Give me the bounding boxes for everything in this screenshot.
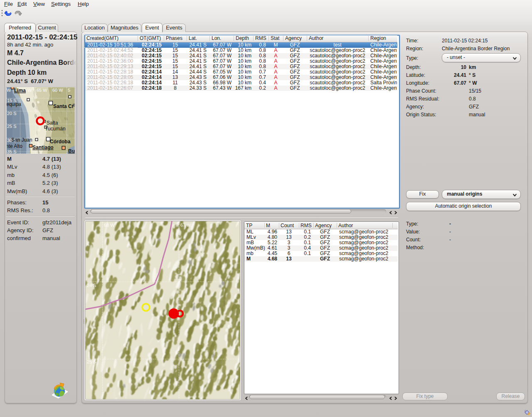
svg-text:68 W: 68 W — [104, 223, 115, 228]
svg-text:25 S: 25 S — [87, 359, 96, 364]
svg-text:5: 5 — [68, 88, 70, 93]
svg-text:60 W: 60 W — [52, 88, 63, 93]
svg-text:65 W: 65 W — [37, 88, 47, 93]
svg-text:Córdoba: Córdoba — [50, 139, 71, 145]
svg-text:nte Alto: nte Alto — [7, 143, 22, 149]
svg-text:67 W: 67 W — [180, 223, 191, 228]
svg-text:20 S: 20 S — [7, 111, 17, 116]
svg-text:W: W — [7, 88, 11, 93]
svg-text:35 S: 35 S — [7, 149, 17, 154]
svg-text:24 S: 24 S — [87, 283, 96, 288]
svg-text:Lima: Lima — [14, 88, 26, 93]
svg-text:25 S: 25 S — [7, 124, 17, 129]
svg-text:Santa Cr: Santa Cr — [53, 103, 74, 109]
svg-text:Tucumán: Tucumán — [45, 126, 66, 132]
svg-text:Santiago: Santiago — [32, 145, 54, 150]
svg-text:San Juan: San Juan — [11, 137, 32, 143]
svg-text:Salta: Salta — [47, 120, 58, 126]
svg-text:equipa: equipa — [7, 101, 21, 107]
svg-text:Bue: Bue — [68, 148, 75, 154]
